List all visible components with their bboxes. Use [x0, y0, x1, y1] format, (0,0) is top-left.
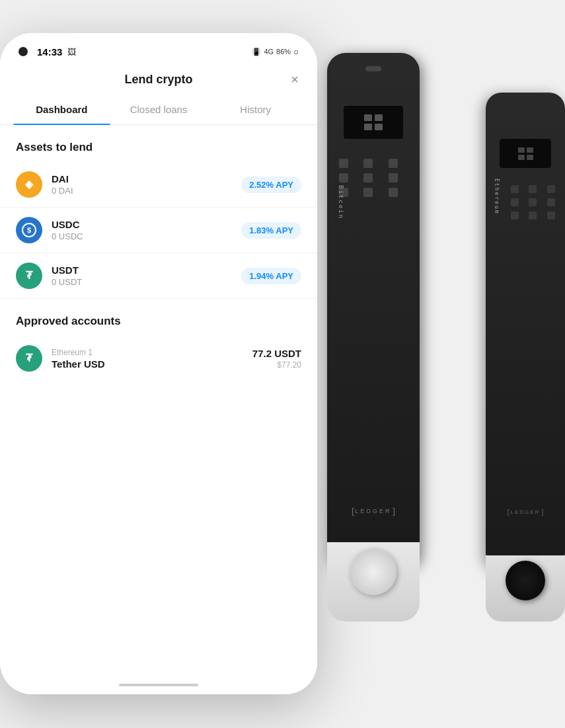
ledger-side-device: Ethereum [ LEDGER ] [486, 93, 565, 622]
svg-text:₮: ₮ [26, 270, 33, 281]
svg-text:$: $ [27, 226, 31, 234]
ledger-top-button [365, 66, 381, 71]
dai-apy: 2.52% APY [241, 177, 301, 193]
gallery-icon: 🖼 [67, 47, 76, 57]
devices-container: Bitcoin [ LEDGER ] [301, 0, 565, 728]
account-value: 77.2 USDT $77.20 [252, 348, 301, 370]
usdc-balance: 0 USDC [52, 231, 241, 241]
ethereum-label: Ethereum [494, 179, 500, 215]
tab-closed-loans[interactable]: Closed loans [110, 95, 207, 124]
tether-account-icon: ₮ [16, 345, 42, 372]
svg-text:◈: ◈ [24, 179, 34, 190]
usdt-icon: ₮ [16, 263, 42, 289]
main-content: Assets to lend ◈ DAI 0 DAI 2.52% APY $ [0, 125, 317, 676]
ledger-main-body: Bitcoin [ LEDGER ] [327, 53, 420, 569]
battery-icon: ○ [293, 47, 299, 57]
ledger-icon-grid [334, 159, 413, 197]
usdt-info: USDT 0 USDT [52, 264, 241, 287]
account-name: Tether USD [52, 358, 252, 370]
ledger-side-bottom [486, 555, 565, 622]
status-time: 14:33 [37, 46, 62, 58]
asset-item-usdc[interactable]: $ USDC 0 USDC 1.83% APY [0, 208, 317, 253]
account-sub-label: Ethereum 1 [52, 348, 252, 357]
home-bar [119, 684, 198, 686]
tab-bar: Dashboard Closed loans History [0, 95, 317, 125]
side-icon-grid [511, 185, 560, 220]
usdc-apy: 1.83% APY [241, 222, 301, 239]
tab-history[interactable]: History [207, 95, 304, 124]
bitcoin-label: Bitcoin [338, 185, 344, 220]
usdc-icon: $ [16, 217, 42, 243]
close-button[interactable]: × [291, 72, 299, 87]
ledger-side-circle-button[interactable] [506, 561, 545, 600]
svg-text:₮: ₮ [26, 352, 33, 364]
vibrate-icon: 📳 [252, 48, 261, 56]
ledger-main-device: Bitcoin [ LEDGER ] [327, 53, 420, 622]
ledger-label: [ LEDGER ] [352, 506, 395, 516]
signal-icon: 4G [264, 48, 274, 56]
dai-info: DAI 0 DAI [52, 173, 241, 196]
usdt-balance: 0 USDT [52, 277, 241, 287]
ledger-main-bottom [327, 542, 420, 622]
usdc-info: USDC 0 USDC [52, 219, 241, 241]
battery-text: 86% [276, 48, 291, 56]
page-title: Lend crypto [124, 73, 192, 87]
account-item-tether[interactable]: ₮ Ethereum 1 Tether USD 77.2 USDT $77.20 [0, 336, 317, 381]
account-fiat: $77.20 [252, 360, 301, 370]
dai-icon: ◈ [16, 171, 42, 198]
ledger-side-label-group: [ LEDGER ] [508, 508, 543, 516]
ledger-side-body: Ethereum [ LEDGER ] [486, 93, 565, 569]
ledger-circle-button[interactable] [350, 549, 396, 595]
status-bar: 14:33 🖼 📳 4G 86% ○ [0, 33, 317, 65]
app-header: Lend crypto × [0, 65, 317, 95]
usdt-name: USDT [52, 264, 241, 276]
ledger-side-screen [500, 139, 551, 168]
asset-item-usdt[interactable]: ₮ USDT 0 USDT 1.94% APY [0, 253, 317, 299]
dai-balance: 0 DAI [52, 186, 241, 196]
asset-item-dai[interactable]: ◈ DAI 0 DAI 2.52% APY [0, 162, 317, 208]
tab-dashboard[interactable]: Dashboard [13, 95, 110, 124]
usdt-apy: 1.94% APY [241, 268, 301, 284]
tether-account-info: Ethereum 1 Tether USD [52, 348, 252, 370]
account-amount: 77.2 USDT [252, 348, 301, 359]
status-icons: 📳 4G 86% ○ [252, 47, 299, 57]
ledger-main-screen [344, 106, 403, 139]
camera-dot [19, 47, 28, 56]
phone-shell: 14:33 🖼 📳 4G 86% ○ Lend crypto × Dashboa… [0, 33, 317, 694]
assets-to-lend-header: Assets to lend [0, 125, 317, 162]
home-indicator [0, 676, 317, 694]
dai-name: DAI [52, 173, 241, 184]
usdc-name: USDC [52, 219, 241, 230]
approved-accounts-header: Approved accounts [0, 299, 317, 336]
